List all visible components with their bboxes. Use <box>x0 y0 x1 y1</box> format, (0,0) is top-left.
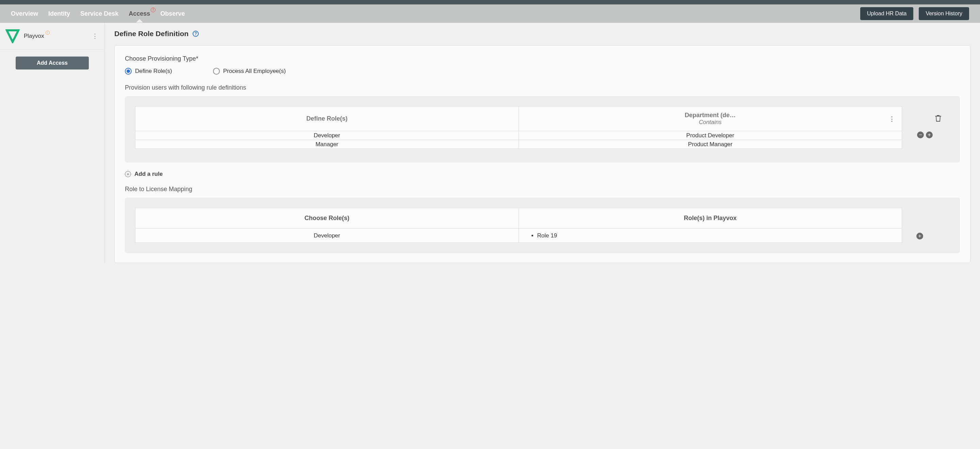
sidebar-app-menu-icon[interactable]: ⋮ <box>91 32 99 40</box>
add-rule-label: Add a rule <box>134 171 163 177</box>
map-col-choose-roles: Choose Role(s) <box>135 208 519 228</box>
tab-overview[interactable]: Overview <box>11 5 38 22</box>
remove-row-button[interactable]: − <box>917 131 924 138</box>
tab-access[interactable]: Access ! <box>129 5 150 22</box>
main-navbar: Overview Identity Service Desk Access ! … <box>0 5 980 23</box>
rule-dept-cell[interactable]: Product Developer <box>519 131 902 140</box>
radio-process-all[interactable]: Process All Employee(s) <box>213 68 286 75</box>
version-history-button[interactable]: Version History <box>919 7 969 20</box>
rule-table: Define Role(s) Department (de… Contains … <box>135 106 902 149</box>
table-row: Developer Role 19 <box>135 228 902 243</box>
trash-icon <box>935 115 942 122</box>
tab-access-label: Access <box>129 10 150 17</box>
radio-define-roles-label: Define Role(s) <box>135 68 172 75</box>
rule-role-cell[interactable]: Developer <box>135 131 519 140</box>
table-row: Developer Product Developer <box>135 131 902 140</box>
column-menu-icon[interactable]: ⋮ <box>889 115 895 123</box>
mapping-subheading: Role to License Mapping <box>125 186 960 193</box>
playvox-logo-icon <box>5 29 20 43</box>
page-title: Define Role Definition <box>115 30 189 38</box>
upload-hr-data-button[interactable]: Upload HR Data <box>860 7 914 20</box>
tab-identity[interactable]: Identity <box>48 5 70 22</box>
mapping-table: Choose Role(s) Role(s) in Playvox Develo… <box>135 208 902 243</box>
mapping-block: Choose Role(s) Role(s) in Playvox Develo… <box>125 198 960 253</box>
map-col-playvox-roles: Role(s) in Playvox <box>519 208 902 228</box>
tab-service-desk[interactable]: Service Desk <box>80 5 118 22</box>
add-access-button[interactable]: Add Access <box>16 56 89 69</box>
rule-role-cell[interactable]: Manager <box>135 140 519 149</box>
plus-icon: + <box>928 132 931 137</box>
alert-icon: ! <box>151 8 156 12</box>
tab-observe[interactable]: Observe <box>160 5 185 22</box>
role-definition-panel: Choose Provisioning Type* Define Role(s)… <box>115 45 970 263</box>
minus-icon: − <box>919 132 922 137</box>
rule-col-define-roles: Define Role(s) <box>135 107 519 131</box>
sidebar: Playvox ! ⋮ Add Access <box>0 23 105 263</box>
rule-dept-cell[interactable]: Product Manager <box>519 140 902 149</box>
rules-subheading: Provision users with following rule defi… <box>125 84 960 91</box>
help-icon[interactable]: ? <box>192 31 199 37</box>
map-choose-cell[interactable]: Developer <box>135 228 519 243</box>
rule-col-department: Department (de… Contains ⋮ <box>519 107 902 131</box>
add-rule-button[interactable]: + Add a rule <box>125 171 960 177</box>
main-content: Define Role Definition ? Choose Provisio… <box>105 23 980 263</box>
add-mapping-row-button[interactable]: + <box>916 233 923 240</box>
radio-define-roles[interactable]: Define Role(s) <box>125 68 172 75</box>
radio-unchecked-icon <box>213 68 220 75</box>
map-playvox-cell[interactable]: Role 19 <box>519 228 902 243</box>
rule-block: Define Role(s) Department (de… Contains … <box>125 96 960 163</box>
svg-marker-0 <box>7 30 18 42</box>
window-top-strip <box>0 0 980 5</box>
playvox-role-item: Role 19 <box>537 232 902 239</box>
warning-icon: ! <box>46 31 50 35</box>
delete-rule-button[interactable] <box>935 115 942 123</box>
add-row-button[interactable]: + <box>926 131 933 138</box>
radio-process-all-label: Process All Employee(s) <box>223 68 286 75</box>
plus-circle-icon: + <box>125 171 131 177</box>
sidebar-app-row[interactable]: Playvox ! ⋮ <box>0 23 105 50</box>
table-row: Manager Product Manager <box>135 140 902 149</box>
radio-checked-icon <box>125 68 132 75</box>
plus-icon: + <box>918 233 921 239</box>
provisioning-type-label: Choose Provisioning Type* <box>125 55 960 62</box>
sidebar-app-name: Playvox <box>24 33 44 39</box>
